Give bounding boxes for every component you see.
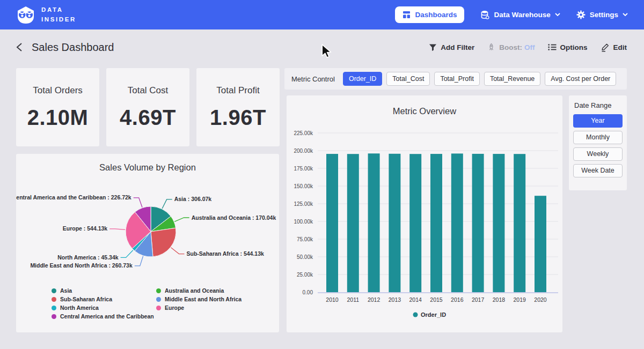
top-navbar: DATA INSIDER Dashboards Data Warehouse — [0, 0, 644, 29]
legend-dot — [156, 288, 161, 293]
boost-label: Boost: — [499, 43, 522, 51]
legend-label: North America — [60, 305, 99, 311]
kpi-label: Total Profit — [216, 85, 259, 96]
date-range-weekly[interactable]: Weekly — [573, 147, 623, 161]
pie-leader-line — [134, 198, 142, 207]
legend-item-australia-and-oceania[interactable]: Australia and Oceania — [156, 286, 241, 295]
y-axis-tick: 0.00 — [303, 289, 313, 295]
pie-label-europe: Europe : 544.13k — [63, 225, 108, 232]
dashboards-button[interactable]: Dashboards — [395, 6, 464, 23]
x-axis-label: 2020 — [534, 296, 547, 303]
y-axis-tick: 125.00k — [294, 201, 313, 207]
back-chevron-icon[interactable] — [16, 42, 23, 52]
kpi-value: 2.10M — [27, 106, 89, 130]
date-range-panel: Date Range YearMonthlyWeeklyWeek Date — [569, 95, 627, 190]
y-axis-tick: 175.00k — [294, 166, 313, 172]
edit-button[interactable]: Edit — [601, 43, 627, 52]
kpi-card-total-profit: Total Profit 1.96T — [196, 68, 280, 146]
boost-state: Off — [524, 43, 535, 51]
date-range-label: Date Range — [574, 101, 623, 109]
legend-item-europe[interactable]: Europe — [156, 303, 241, 312]
kpi-label: Total Cost — [128, 85, 169, 96]
x-axis-label: 2010 — [326, 296, 339, 303]
legend-dot — [52, 288, 56, 293]
legend-dot — [52, 297, 56, 302]
x-axis-label: 2015 — [430, 296, 443, 303]
bar-2011[interactable] — [347, 154, 359, 292]
legend-label: Europe — [165, 305, 184, 311]
y-axis-tick: 25.00k — [297, 272, 313, 278]
bar-2013[interactable] — [389, 154, 400, 292]
kpi-card-total-orders: Total Orders 2.10M — [16, 68, 99, 146]
legend-dot — [156, 306, 161, 310]
legend-label: Australia and Oceania — [165, 287, 224, 294]
metric-chip-total-cost[interactable]: Total_Cost — [386, 72, 430, 86]
y-axis-tick: 200.00k — [294, 148, 313, 154]
legend-dot — [156, 297, 161, 302]
legend-dot — [413, 313, 418, 317]
kpi-label: Total Orders — [33, 85, 83, 96]
dashboards-label: Dashboards — [415, 11, 457, 19]
legend-label: Middle East and North Africa — [165, 296, 241, 302]
kpi-card-total-cost: Total Cost 4.69T — [106, 68, 189, 146]
date-range-monthly[interactable]: Monthly — [573, 131, 623, 144]
bar-2014[interactable] — [409, 154, 421, 292]
legend-item-middle-east-and-north-africa[interactable]: Middle East and North Africa — [156, 295, 241, 303]
metric-control-bar: Metric Control Order_IDTotal_CostTotal_P… — [284, 68, 627, 90]
legend-item-sub-saharan-africa[interactable]: Sub-Saharan Africa — [52, 295, 154, 303]
bar-2017[interactable] — [472, 154, 484, 292]
legend-item-north-america[interactable]: North America — [52, 303, 154, 312]
page-header: Sales Dashboard Add Filter Boost: Off — [0, 29, 644, 65]
pie-leader-line — [135, 256, 143, 266]
boost-toggle[interactable]: Boost: Off — [487, 43, 535, 51]
gear-icon — [576, 10, 586, 19]
pie-slice-sub-saharan-africa[interactable] — [151, 228, 176, 257]
x-axis-label: 2011 — [347, 296, 360, 303]
pie-label-sub-saharan-africa: Sub-Saharan Africa : 544.13k — [187, 250, 264, 257]
pie-leader-line — [109, 229, 125, 229]
data-warehouse-menu[interactable]: Data Warehouse — [480, 10, 560, 19]
pie-leader-line — [171, 248, 185, 254]
data-warehouse-label: Data Warehouse — [494, 11, 550, 19]
bar-legend-order-id[interactable]: Order_ID — [413, 311, 447, 318]
metric-chip-total-revenue[interactable]: Total_Revenue — [484, 72, 540, 86]
bar-2010[interactable] — [326, 154, 338, 292]
y-axis-tick: 75.00k — [297, 236, 313, 242]
date-range-week-date[interactable]: Week Date — [573, 164, 623, 177]
metric-chip-total-profit[interactable]: Total_Profit — [434, 72, 480, 86]
metric-overview-card: Metric Overview 0.0025.00k50.00k75.00k10… — [287, 95, 562, 332]
pie-label-north-america: North America : 45.34k — [57, 254, 119, 261]
legend-item-central-america-and-the-caribbean[interactable]: Central America and the Caribbean — [52, 312, 154, 321]
bar-2016[interactable] — [451, 153, 463, 292]
metric-chip-avg-cost-per-order[interactable]: Avg. Cost per Order — [545, 72, 616, 86]
metric-chip-order-id[interactable]: Order_ID — [343, 72, 382, 86]
database-icon — [480, 10, 489, 19]
bar-2019[interactable] — [514, 154, 525, 292]
legend-label: Order_ID — [421, 311, 446, 318]
x-axis-label: 2016 — [451, 296, 464, 303]
brand-text: DATA INSIDER — [41, 5, 76, 24]
bar-2018[interactable] — [493, 154, 504, 292]
sales-volume-card: Sales Volume by Region Asia : 306.07kAus… — [16, 154, 279, 332]
date-range-year[interactable]: Year — [573, 114, 623, 128]
x-axis-label: 2019 — [514, 296, 526, 303]
pie-leader-line — [162, 199, 172, 209]
owl-logo-icon — [16, 5, 35, 25]
legend-dot — [52, 306, 56, 310]
legend-label: Sub-Saharan Africa — [60, 296, 112, 302]
bar-2015[interactable] — [430, 154, 442, 292]
add-filter-button[interactable]: Add Filter — [429, 43, 474, 51]
x-axis-label: 2013 — [389, 296, 401, 303]
y-axis-tick: 50.00k — [297, 254, 313, 260]
bar-2020[interactable] — [535, 196, 546, 292]
y-axis-tick: 150.00k — [294, 183, 313, 189]
pie-legend-column-1: AsiaSub-Saharan AfricaNorth AmericaCentr… — [52, 286, 154, 321]
bar-2012[interactable] — [368, 153, 380, 292]
y-axis-tick: 100.00k — [294, 219, 313, 225]
chevron-down-icon — [555, 13, 560, 17]
legend-item-asia[interactable]: Asia — [52, 286, 154, 295]
options-button[interactable]: Options — [548, 43, 588, 51]
x-axis-label: 2017 — [472, 296, 485, 303]
chevron-down-icon — [623, 13, 628, 17]
settings-menu[interactable]: Settings — [576, 10, 628, 19]
